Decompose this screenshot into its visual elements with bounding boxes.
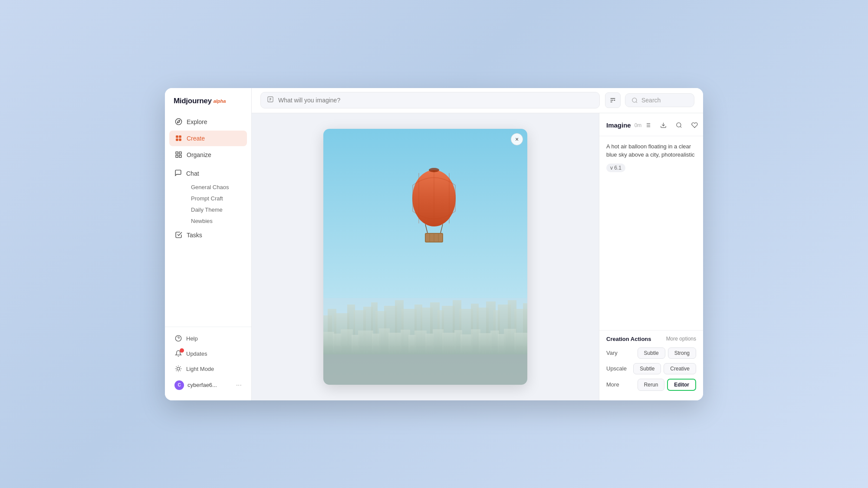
sidebar-item-explore[interactable]: Explore — [169, 114, 247, 130]
details-panel: Imagine 0m — [599, 113, 703, 400]
prompt-input[interactable] — [278, 97, 593, 104]
svg-rect-63 — [379, 328, 390, 354]
svg-point-83 — [429, 168, 439, 172]
chat-subitems: General Chaos Prompt Craft Daily Theme N… — [169, 182, 247, 226]
svg-rect-4 — [176, 138, 178, 141]
sidebar-help[interactable]: Help — [169, 331, 247, 346]
sidebar-item-tasks[interactable]: Tasks — [169, 227, 247, 243]
logo-text: Midjourney — [174, 97, 212, 105]
updates-badge — [180, 348, 184, 353]
content-area: × — [252, 113, 703, 400]
rerun-button[interactable]: Rerun — [638, 379, 665, 391]
light-mode-label: Light Mode — [186, 366, 214, 372]
svg-point-0 — [175, 118, 181, 124]
svg-rect-6 — [176, 152, 178, 154]
svg-rect-8 — [176, 155, 178, 157]
svg-line-99 — [680, 126, 681, 128]
sidebar-item-chat[interactable]: Chat — [169, 165, 247, 182]
vary-strong-button[interactable]: Strong — [668, 347, 696, 359]
svg-point-12 — [177, 367, 180, 370]
prompt-input-wrapper[interactable] — [260, 92, 600, 108]
chat-subitem-general-chaos[interactable]: General Chaos — [187, 182, 247, 193]
sidebar-item-create[interactable]: Create — [169, 131, 247, 146]
svg-rect-78 — [514, 333, 527, 354]
app-window: Midjourney alpha Explore Create — [165, 88, 703, 400]
search-bar[interactable]: Search — [625, 93, 694, 107]
more-buttons: Rerun Editor — [638, 379, 696, 391]
generated-image — [323, 129, 527, 385]
svg-point-25 — [614, 100, 615, 101]
help-label: Help — [186, 335, 198, 342]
details-heart-icon[interactable] — [688, 119, 700, 131]
svg-rect-57 — [323, 332, 334, 354]
sidebar-light-mode[interactable]: Light Mode — [169, 362, 247, 376]
logo: Midjourney alpha — [165, 97, 251, 114]
svg-rect-61 — [358, 331, 373, 354]
user-more-button[interactable]: ··· — [236, 381, 242, 389]
vary-label: Vary — [606, 350, 630, 356]
upscale-row: Upscale Subtle Creative — [606, 363, 696, 374]
svg-line-20 — [180, 367, 181, 367]
upscale-creative-button[interactable]: Creative — [664, 363, 696, 374]
svg-rect-7 — [179, 152, 181, 154]
chat-subitem-newbies[interactable]: Newbies — [187, 216, 247, 226]
user-name: cyberfae6... — [187, 382, 233, 388]
image-card: × — [323, 129, 527, 385]
more-options-link[interactable]: More options — [666, 336, 696, 342]
svg-rect-9 — [179, 155, 181, 157]
explore-icon — [174, 118, 182, 126]
updates-label: Updates — [186, 350, 207, 357]
sidebar-item-organize[interactable]: Organize — [169, 147, 247, 163]
top-bar: Search — [252, 88, 703, 113]
actions-header: Creation Actions More options — [606, 336, 696, 342]
filter-button[interactable] — [605, 92, 621, 108]
details-list-icon[interactable] — [641, 119, 654, 131]
chat-subitem-prompt-craft[interactable]: Prompt Craft — [187, 193, 247, 204]
sidebar-nav: Explore Create Organize — [165, 114, 251, 323]
svg-rect-69 — [433, 329, 444, 354]
top-bar-right: Search — [605, 92, 694, 108]
upscale-subtle-button[interactable]: Subtle — [633, 363, 661, 374]
sidebar-item-create-label: Create — [187, 135, 205, 142]
user-avatar: C — [174, 380, 184, 390]
sidebar: Midjourney alpha Explore Create — [165, 88, 252, 400]
more-label: More — [606, 381, 630, 388]
details-download-icon[interactable] — [657, 119, 669, 131]
creation-actions: Creation Actions More options Vary Subtl… — [599, 330, 703, 400]
vary-row: Vary Subtle Strong — [606, 347, 696, 359]
main-content: Search × — [252, 88, 703, 400]
svg-line-15 — [176, 367, 176, 367]
sidebar-updates[interactable]: Updates — [169, 347, 247, 361]
upscale-label: Upscale — [606, 365, 630, 372]
svg-rect-67 — [414, 331, 427, 354]
help-icon — [174, 335, 182, 342]
actions-title: Creation Actions — [606, 336, 651, 342]
sidebar-item-organize-label: Organize — [187, 151, 211, 158]
more-row: More Rerun Editor — [606, 379, 696, 391]
svg-rect-58 — [333, 334, 342, 354]
svg-rect-77 — [504, 329, 516, 354]
details-prompt: A hot air balloon floating in a clear bl… — [606, 142, 696, 159]
svg-rect-2 — [176, 135, 178, 138]
chat-subitem-daily-theme[interactable]: Daily Theme — [187, 204, 247, 215]
svg-rect-3 — [179, 135, 181, 138]
close-button[interactable]: × — [511, 133, 523, 145]
svg-rect-5 — [179, 138, 181, 141]
create-icon — [174, 134, 182, 142]
editor-button[interactable]: Editor — [667, 379, 696, 391]
svg-marker-1 — [177, 120, 180, 123]
details-icons — [641, 119, 700, 131]
search-label: Search — [641, 97, 661, 104]
details-title: Imagine — [606, 121, 631, 129]
sidebar-user[interactable]: C cyberfae6... ··· — [169, 377, 247, 393]
svg-rect-72 — [460, 334, 473, 354]
chat-section: Chat General Chaos Prompt Craft Daily Th… — [169, 165, 247, 226]
chat-icon — [174, 169, 182, 178]
sidebar-item-tasks-label: Tasks — [187, 232, 202, 239]
vary-subtle-button[interactable]: Subtle — [638, 347, 665, 359]
svg-line-27 — [636, 102, 637, 103]
svg-point-26 — [632, 98, 637, 102]
details-header: Imagine 0m — [599, 113, 703, 136]
details-search-icon[interactable] — [673, 119, 685, 131]
svg-rect-64 — [388, 333, 401, 354]
